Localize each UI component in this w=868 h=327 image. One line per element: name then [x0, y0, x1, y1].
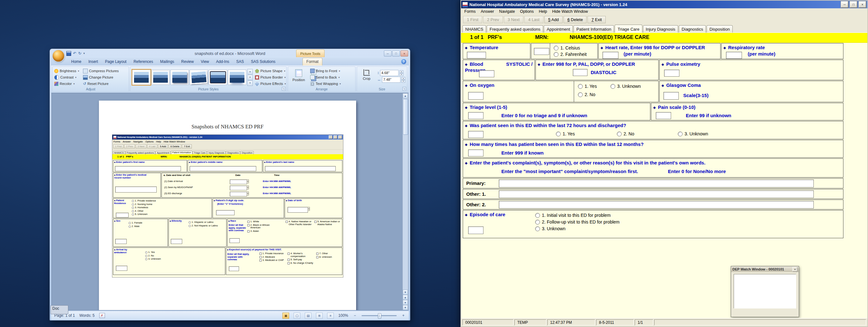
vertical-scrollbar[interactable]: ▲ ▼ ▲ ● ▼ [402, 93, 408, 310]
text-wrapping-button[interactable]: Text Wrapping▾ [310, 81, 341, 87]
next-page-icon[interactable]: ▼ [403, 305, 408, 310]
restore-button[interactable]: □ [392, 51, 400, 57]
tab-sas-solutions[interactable]: SAS Solutions [247, 58, 279, 65]
systolic-input[interactable] [479, 70, 494, 77]
menu-navigate[interactable]: Navigate [497, 9, 517, 14]
radio-seen72-no[interactable]: 2. No [617, 131, 634, 136]
menu-help[interactable]: Help [536, 9, 550, 14]
menu-hide-watch-window[interactable]: Hide Watch Window [550, 9, 590, 14]
tab-diagnostics[interactable]: Diagnostics [679, 25, 706, 33]
brightness-button[interactable]: Brightness▾ [54, 68, 79, 74]
gallery-up-icon[interactable]: ▴ [247, 69, 253, 75]
picture-style-thumb[interactable] [190, 70, 208, 85]
menu-forms[interactable]: Forms [462, 9, 478, 14]
undo-icon[interactable]: ↶ [73, 51, 76, 56]
watch-titlebar[interactable]: DEP Watch Window - 00020101 × [731, 266, 799, 272]
width-value[interactable]: 7.48" [382, 77, 401, 83]
tab-sas[interactable]: SAS [232, 58, 247, 65]
watch-close-icon[interactable]: × [793, 267, 798, 272]
radio-icon[interactable] [535, 220, 540, 225]
on-oxygen-input[interactable] [468, 92, 484, 100]
position-button[interactable]: Position [290, 68, 308, 82]
maximize-button[interactable]: □ [850, 1, 857, 8]
other1-complaint-input[interactable] [499, 190, 814, 198]
height-spinner[interactable]: ↕ 4.68" ▴▾ [377, 70, 405, 76]
radio-icon[interactable] [578, 92, 583, 97]
add-button[interactable]: 5 Add [545, 16, 563, 23]
episode-input[interactable] [468, 227, 484, 234]
view-web-layout-icon[interactable]: ▤ [305, 313, 311, 319]
tab-format[interactable]: Format [303, 58, 322, 65]
delete-button[interactable]: 6 Delete [564, 16, 587, 23]
respiratory-rate-input[interactable] [726, 52, 742, 59]
diastolic-input[interactable] [573, 69, 588, 76]
tab-add-ins[interactable]: Add-Ins [213, 58, 232, 65]
picture-border-button[interactable]: Picture Border▾ [255, 75, 286, 80]
picture-style-thumb[interactable] [209, 70, 227, 85]
tab-home[interactable]: Home [68, 58, 85, 65]
radio-icon[interactable] [554, 46, 558, 51]
gallery-down-icon[interactable]: ▾ [247, 75, 253, 80]
app-titlebar[interactable]: National Hospital Ambulatory Medical Car… [461, 1, 867, 8]
tab-references[interactable]: References [130, 58, 156, 65]
width-spinner[interactable]: ↔ 7.48" ▴▾ [377, 77, 405, 83]
tab-faq[interactable]: Frequently asked questions [487, 25, 543, 33]
browse-object-icon[interactable]: ● [403, 300, 408, 305]
radio-celsius[interactable]: 1. Celsius [554, 46, 580, 51]
word-titlebar[interactable]: snapshots of ed.docx - Microsoft Word [52, 49, 408, 58]
gallery-more-icon[interactable]: ▾ [247, 81, 253, 86]
pulse-oximetry-input[interactable] [664, 70, 679, 77]
view-draft-icon[interactable]: ≡ [327, 313, 334, 319]
tab-patient-information[interactable]: Patient Information [574, 25, 614, 33]
spin-up-icon[interactable]: ▴ [401, 77, 405, 80]
visits-12-input[interactable] [468, 149, 484, 156]
send-to-back-button[interactable]: Send to Back▾ [310, 75, 341, 80]
triage-level-input[interactable] [468, 112, 484, 119]
dep-watch-window[interactable]: DEP Watch Window - 00020101 × [731, 266, 799, 317]
radio-icon[interactable] [556, 131, 561, 136]
radio-icon[interactable] [617, 131, 622, 136]
seen-72-input[interactable] [468, 131, 484, 138]
zoom-level[interactable]: 100% [338, 313, 348, 318]
scroll-down-icon[interactable]: ▼ [403, 290, 408, 295]
radio-episode-unknown[interactable]: 3. Unknown [535, 226, 565, 231]
close-button[interactable]: × [401, 51, 408, 57]
bring-to-front-button[interactable]: Bring to Front▾ [310, 68, 341, 74]
dialog-launcher-icon[interactable]: ↘ [282, 87, 286, 91]
embedded-screenshot[interactable]: National Hospital Ambulatory Medical Car… [112, 135, 343, 277]
temperature-input[interactable] [467, 52, 486, 58]
redo-icon[interactable]: ↻ [78, 51, 82, 56]
radio-seen72-unknown[interactable]: 3. Unknown [678, 131, 708, 136]
close-button[interactable]: × [859, 1, 866, 8]
radio-icon[interactable] [535, 227, 540, 231]
help-icon[interactable]: ? [401, 59, 406, 64]
spin-down-icon[interactable]: ▾ [400, 73, 403, 76]
spell-check-icon[interactable]: ✗ [99, 313, 105, 318]
exit-button[interactable]: 7 Exit [588, 16, 606, 23]
view-print-layout-icon[interactable]: ▣ [282, 313, 289, 319]
glasgow-input[interactable] [663, 92, 679, 100]
zoom-out-icon[interactable]: − [352, 313, 357, 318]
temperature-unit-input[interactable] [534, 48, 549, 55]
radio-icon[interactable] [535, 213, 540, 218]
radio-icon[interactable] [554, 52, 558, 57]
recolor-button[interactable]: Recolor▾ [54, 81, 79, 87]
radio-icon[interactable] [678, 131, 683, 136]
background-window-doc[interactable]: Doc [51, 305, 68, 314]
tab-view[interactable]: View [197, 58, 213, 65]
tab-page-layout[interactable]: Page Layout [101, 58, 130, 65]
tab-review[interactable]: Review [178, 58, 197, 65]
radio-oxygen-unknown[interactable]: 3. Unknown [611, 84, 641, 89]
spin-down-icon[interactable]: ▾ [401, 80, 405, 83]
minimize-button[interactable]: ─ [384, 51, 392, 57]
height-value[interactable]: 4.68" [380, 70, 399, 76]
previous-page-icon[interactable]: ▲ [403, 295, 408, 300]
radio-episode-initial[interactable]: 1. Initial visit to this ED for problem [535, 213, 611, 218]
radio-icon[interactable] [611, 84, 615, 89]
spin-up-icon[interactable]: ▴ [400, 70, 403, 73]
heart-rate-input[interactable] [602, 52, 618, 59]
radio-oxygen-no[interactable]: 2. No [578, 92, 595, 97]
scroll-up-icon[interactable]: ▲ [403, 93, 408, 98]
zoom-in-icon[interactable]: + [401, 313, 406, 318]
menu-answer[interactable]: Answer [478, 9, 497, 14]
